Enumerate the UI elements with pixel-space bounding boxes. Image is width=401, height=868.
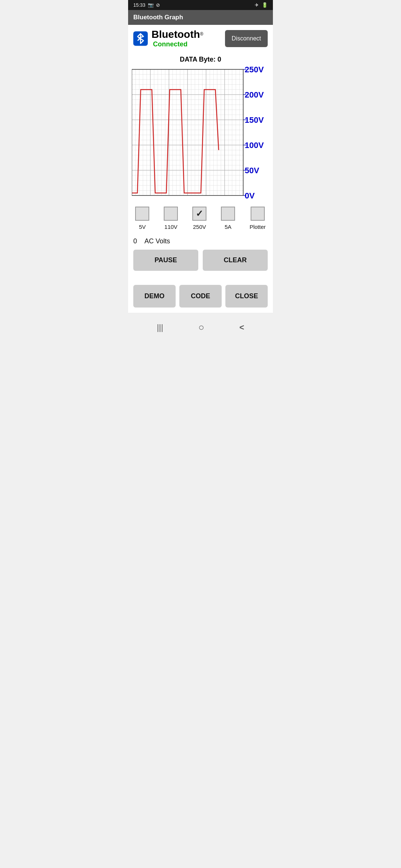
value-row: 0 AC Volts (133, 237, 268, 245)
checkbox-label-110v: 110V (164, 224, 177, 230)
checkbox-item-250v: 250V (192, 207, 206, 230)
disconnect-button[interactable]: Disconnect (225, 30, 268, 47)
current-value: 0 (133, 237, 137, 245)
checkbox-250v[interactable] (192, 207, 206, 221)
connected-status: Connected (153, 40, 188, 48)
clear-button[interactable]: CLEAR (203, 250, 268, 271)
demo-button[interactable]: DEMO (133, 285, 176, 308)
checkbox-item-5v: 5V (135, 207, 149, 230)
chart-container (128, 66, 273, 203)
menu-nav-icon[interactable]: ||| (157, 323, 163, 332)
checkboxes-section: 5V110V250V5APlotter (128, 203, 273, 232)
battery-icon: 🔋 (262, 2, 268, 8)
controls-section: 0 AC Volts PAUSE CLEAR (128, 232, 273, 277)
checkbox-item-5a: 5A (221, 207, 235, 230)
checkbox-label-5v: 5V (139, 224, 146, 230)
bluetooth-brand: Bluetooth® Connected (151, 29, 221, 48)
registered-mark: ® (200, 32, 203, 37)
circle-slash-icon: ⊘ (156, 2, 160, 8)
camera-icon: 📷 (148, 2, 154, 8)
title-bar: Bluetooth Graph (128, 10, 273, 25)
checkbox-5a[interactable] (221, 207, 235, 221)
bottom-buttons-row: DEMO CODE CLOSE (133, 285, 268, 308)
code-button[interactable]: CODE (179, 285, 222, 308)
app-title: Bluetooth Graph (133, 14, 183, 21)
header: Bluetooth® Connected Disconnect (128, 25, 273, 52)
time-display: 15:33 (133, 2, 146, 8)
bluetooth-logo-icon (133, 29, 148, 48)
airplane-icon: ✈ (255, 2, 259, 8)
checkbox-110v[interactable] (164, 207, 178, 221)
checkbox-plotter[interactable] (251, 207, 265, 221)
bottom-section: DEMO CODE CLOSE (128, 277, 273, 313)
checkbox-label-plotter: Plotter (250, 224, 265, 230)
checkbox-item-110v: 110V (164, 207, 178, 230)
unit-label: AC Volts (144, 237, 170, 245)
control-buttons-row: PAUSE CLEAR (133, 250, 268, 271)
checkbox-label-250v: 250V (193, 224, 206, 230)
nav-bar: ||| ○ < (128, 316, 273, 338)
checkbox-item-plotter: Plotter (250, 207, 265, 230)
graph-canvas (132, 66, 269, 199)
close-button[interactable]: CLOSE (225, 285, 268, 308)
data-byte-label: DATA Byte: 0 (128, 52, 273, 66)
checkbox-label-5a: 5A (225, 224, 231, 230)
pause-button[interactable]: PAUSE (133, 250, 198, 271)
status-bar: 15:33 📷 ⊘ ✈ 🔋 (128, 0, 273, 10)
checkbox-5v[interactable] (135, 207, 149, 221)
bluetooth-name: Bluetooth (151, 29, 200, 40)
home-nav-icon[interactable]: ○ (198, 322, 204, 333)
back-nav-icon[interactable]: < (239, 323, 244, 332)
